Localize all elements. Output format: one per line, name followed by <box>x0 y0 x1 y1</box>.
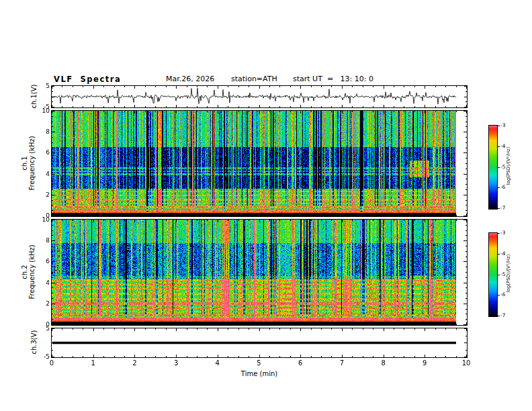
axis-tick <box>290 111 291 112</box>
axis-tick <box>93 355 94 357</box>
axis-tick <box>404 106 404 107</box>
axis-tick <box>445 106 446 107</box>
y-tick-label: 5 <box>35 326 50 332</box>
ch1-spectrogram-image <box>52 111 467 216</box>
axis-tick <box>269 356 270 357</box>
axis-tick <box>52 189 53 190</box>
axis-tick <box>435 215 436 216</box>
axis-tick <box>52 257 53 257</box>
axis-tick <box>176 214 177 216</box>
axis-tick <box>207 328 208 330</box>
axis-tick <box>228 86 228 87</box>
axis-tick <box>52 293 53 293</box>
axis-tick <box>384 214 384 216</box>
axis-tick <box>466 319 467 320</box>
axis-tick <box>52 174 55 175</box>
axis-tick <box>62 106 62 107</box>
axis-tick <box>52 246 53 246</box>
axis-tick <box>321 324 322 325</box>
axis-tick <box>363 328 363 330</box>
x-tick-label: 2 <box>127 360 142 367</box>
axis-tick <box>445 215 446 216</box>
axis-tick <box>238 356 239 357</box>
axis-tick <box>103 215 104 216</box>
colorbar-tick <box>498 275 500 275</box>
axis-tick <box>363 215 363 216</box>
axis-tick <box>145 215 146 216</box>
axis-tick <box>352 215 353 216</box>
axis-tick <box>52 357 54 357</box>
axis-tick <box>384 322 384 325</box>
axis-tick <box>124 106 125 107</box>
axis-tick <box>445 111 446 112</box>
axis-tick <box>414 86 415 87</box>
axis-tick <box>52 225 53 226</box>
axis-tick <box>52 111 55 111</box>
ch1-axis-label-line2: Frequency (kHz) <box>28 113 36 214</box>
axis-tick <box>352 324 353 325</box>
axis-tick <box>414 106 415 107</box>
station-label: station=ATH <box>231 75 277 83</box>
axis-tick <box>466 235 467 236</box>
axis-tick <box>103 86 104 87</box>
axis-tick <box>445 328 446 330</box>
axis-tick <box>207 111 208 112</box>
y-tick-label: -5 <box>35 354 50 360</box>
axis-tick <box>166 86 167 87</box>
axis-tick <box>394 86 394 87</box>
axis-tick <box>466 91 467 92</box>
axis-tick <box>279 220 280 221</box>
axis-tick <box>52 91 53 92</box>
colorbar-tick-label: -3 <box>500 230 514 236</box>
axis-tick <box>197 220 197 221</box>
y-tick-label: 2 <box>35 301 50 307</box>
axis-tick <box>52 195 55 195</box>
axis-tick <box>103 356 104 357</box>
axis-tick <box>83 215 83 216</box>
axis-tick <box>259 220 260 222</box>
axis-tick <box>134 355 135 357</box>
axis-tick <box>463 283 467 283</box>
axis-tick <box>463 216 467 216</box>
axis-tick <box>463 195 467 195</box>
axis-tick <box>331 356 332 357</box>
axis-tick <box>166 106 167 107</box>
axis-tick <box>52 240 55 241</box>
colorbar-ch2 <box>488 232 498 317</box>
axis-tick <box>414 356 415 357</box>
axis-tick <box>466 336 467 336</box>
axis-tick <box>342 322 343 325</box>
vlf-spectra-figure: VLF Spectra Mar.26, 2026 station=ATH sta… <box>0 0 532 411</box>
axis-tick <box>331 215 332 216</box>
axis-tick <box>124 86 125 87</box>
axis-tick <box>404 86 404 87</box>
axis-tick <box>197 328 197 330</box>
axis-tick <box>321 356 322 357</box>
ch1-waveform-panel <box>51 85 468 108</box>
axis-tick <box>425 214 425 216</box>
axis-tick <box>52 148 53 148</box>
axis-tick <box>466 293 467 293</box>
axis-tick <box>466 298 467 299</box>
axis-tick <box>187 328 187 330</box>
axis-tick <box>466 225 467 226</box>
colorbar-tick <box>498 233 500 234</box>
axis-tick <box>466 148 467 148</box>
axis-tick <box>238 111 239 112</box>
axis-tick <box>269 324 270 325</box>
axis-tick <box>279 324 280 325</box>
axis-tick <box>352 220 353 221</box>
axis-tick <box>463 111 467 111</box>
axis-tick <box>52 314 53 314</box>
axis-tick <box>249 111 249 112</box>
axis-tick <box>342 86 343 89</box>
axis-tick <box>363 111 363 112</box>
axis-tick <box>321 106 322 107</box>
axis-tick <box>124 220 125 221</box>
axis-tick <box>52 158 53 158</box>
axis-tick <box>134 105 135 107</box>
axis-tick <box>83 356 83 357</box>
axis-tick <box>300 328 301 331</box>
axis-tick <box>466 246 467 246</box>
axis-tick <box>384 220 384 222</box>
